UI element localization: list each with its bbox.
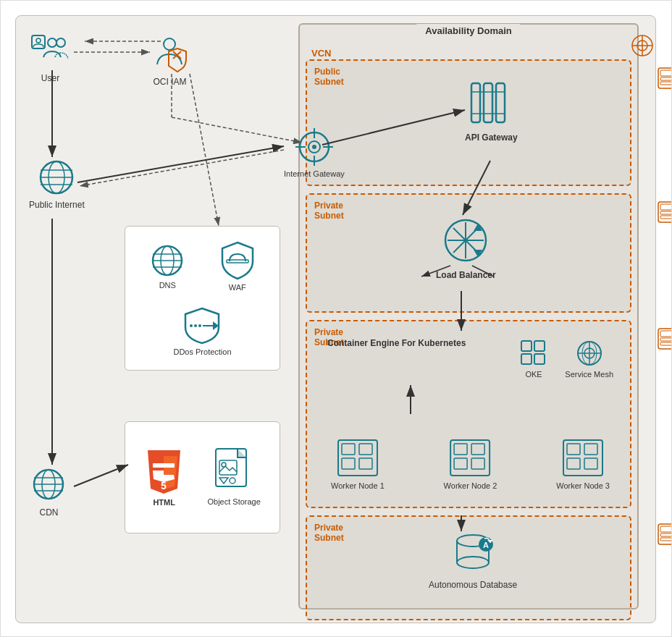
security-shield-3 [657,327,672,350]
storage-box: 5 HTML Object S [125,421,280,533]
svg-rect-98 [567,444,580,455]
svg-rect-40 [36,38,41,43]
svg-rect-93 [455,444,468,455]
internet-gateway-label: Internet Gateway [284,169,345,179]
svg-point-77 [230,478,235,484]
ddos-item: DDos Protection [145,305,261,356]
svg-rect-100 [567,458,580,469]
svg-rect-80 [521,354,532,364]
worker-node-2-label: Worker Node 2 [444,481,497,491]
cdn: CDN [29,465,69,518]
dns-item: DNS [138,242,196,290]
svg-rect-101 [584,458,597,469]
svg-point-41 [48,38,56,47]
user-label: User [41,73,59,83]
svg-rect-20 [471,83,480,122]
svg-rect-18 [660,533,672,536]
svg-rect-21 [484,83,492,122]
worker-node-3: Worker Node 3 [556,438,610,491]
svg-rect-14 [660,338,672,341]
load-balancer: Load Balancer [436,215,496,280]
oci-iam: OCI IAM [150,34,190,87]
svg-rect-69 [153,463,175,468]
svg-rect-79 [534,341,545,351]
svg-rect-22 [496,83,505,122]
autonomous-db-label: Autonomous Database [429,580,517,591]
oke-label: OKE [525,370,542,379]
private-subnet-1-label: Private Subnet [314,201,344,222]
cdn-label: CDN [40,507,59,518]
waf-item: WAF [209,241,266,292]
svg-rect-17 [660,526,672,532]
api-gateway-label: API Gateway [465,132,518,143]
dns-label: DNS [159,281,176,290]
html-storage: 5 HTML [144,449,184,507]
svg-rect-81 [534,354,545,364]
svg-rect-7 [660,82,672,85]
svg-line-118 [80,150,284,186]
svg-rect-6 [660,77,672,80]
svg-line-116 [190,74,219,226]
object-storage-label: Object Storage [207,497,260,507]
svg-rect-9 [660,204,672,210]
svg-text:A: A [483,541,489,549]
svg-rect-94 [472,444,485,455]
ddos-label: DDos Protection [173,347,231,356]
svg-rect-11 [660,216,672,219]
svg-rect-88 [342,444,355,455]
internet-gateway: Internet Gateway [284,128,345,179]
svg-rect-5 [660,70,672,76]
svg-line-127 [74,465,128,486]
html-label: HTML [153,498,175,507]
k8s-area: Container Engine For Kubernetes OKE [320,332,621,502]
worker-node-1-label: Worker Node 1 [331,481,385,491]
service-mesh: Service Mesh [565,339,613,379]
svg-rect-90 [342,458,355,469]
public-internet: Public Internet [29,157,85,211]
svg-point-38 [312,145,316,149]
oci-iam-label: OCI IAM [153,77,186,87]
load-balancer-label: Load Balancer [436,270,496,280]
svg-rect-78 [521,341,532,351]
container-engine-label: Container Engine For Kubernetes [327,337,466,350]
security-shield-1 [657,67,672,90]
svg-rect-74 [219,460,237,475]
svg-rect-91 [359,458,372,469]
svg-text:5: 5 [161,480,167,492]
public-internet-label: Public Internet [29,200,85,211]
user: User [30,34,70,83]
svg-rect-99 [584,444,597,455]
security-icon-top [631,34,654,57]
svg-marker-73 [238,449,246,457]
svg-rect-89 [359,444,372,455]
object-storage: Object Storage [207,447,260,507]
availability-domain-label: Availability Domain [416,24,520,38]
main-outer: Availability Domain [15,15,656,623]
services-box: DNS WAF [125,226,280,371]
diagram-container: Availability Domain [0,0,672,637]
svg-line-115 [172,117,302,143]
oke: OKE [519,339,548,379]
svg-rect-95 [455,458,468,469]
public-subnet-label: Public Subnet [314,67,344,88]
worker-node-1: Worker Node 1 [331,438,385,491]
security-shield-4 [657,523,672,546]
autonomous-db: A Autonomous Database [429,530,517,591]
svg-rect-13 [660,331,672,337]
svg-point-59 [198,324,201,327]
svg-point-58 [194,324,197,327]
svg-point-57 [190,324,193,327]
worker-node-2: Worker Node 2 [444,438,497,491]
worker-node-3-label: Worker Node 3 [556,481,610,491]
api-gateway: API Gateway [465,77,518,143]
svg-point-42 [56,38,65,47]
svg-rect-96 [472,458,485,469]
security-shield-2 [657,201,672,224]
waf-label: WAF [229,283,246,292]
vcn-label: VCN [311,48,331,59]
svg-line-117 [77,146,284,182]
svg-marker-76 [219,478,228,484]
svg-rect-19 [660,538,672,541]
svg-point-105 [457,557,489,568]
svg-rect-10 [660,211,672,214]
